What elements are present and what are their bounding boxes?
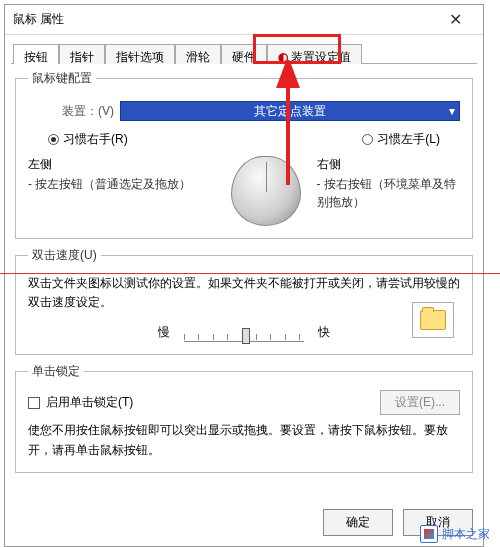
legend-dclick: 双击速度(U) bbox=[28, 247, 101, 264]
device-select[interactable]: 其它定点装置 bbox=[120, 101, 460, 121]
mouse-properties-window: 鼠标 属性 ✕ 按钮 指针 指针选项 滑轮 硬件 ◐ 装置设定值 鼠标键配置 装… bbox=[4, 4, 484, 547]
fast-label: 快 bbox=[318, 324, 330, 341]
checkbox-enable-lock[interactable] bbox=[28, 397, 40, 409]
radio-left-hand[interactable]: 习惯左手(L) bbox=[362, 131, 440, 148]
slider-thumb[interactable] bbox=[242, 328, 250, 344]
radio-right-hand[interactable]: 习惯右手(R) bbox=[48, 131, 128, 148]
right-desc: - 按右按钮（环境菜单及特别拖放） bbox=[317, 175, 460, 211]
left-desc: - 按左按钮（普通选定及拖放） bbox=[28, 175, 215, 193]
watermark: 脚本之家 bbox=[420, 525, 490, 543]
close-icon[interactable]: ✕ bbox=[435, 5, 475, 35]
handedness-row: 习惯右手(R) 习惯左手(L) bbox=[28, 131, 460, 156]
tab-pointer[interactable]: 指针 bbox=[59, 44, 105, 64]
radio-right-label: 习惯右手(R) bbox=[63, 131, 128, 148]
sides-row: 左侧 - 按左按钮（普通选定及拖放） 右侧 - 按右按钮（环境菜单及特别拖放） bbox=[28, 156, 460, 226]
enable-lock-label: 启用单击锁定(T) bbox=[46, 394, 133, 411]
left-title: 左侧 bbox=[28, 156, 215, 173]
slow-label: 慢 bbox=[158, 324, 170, 341]
titlebar: 鼠标 属性 ✕ bbox=[5, 5, 483, 35]
ok-button[interactable]: 确定 bbox=[323, 509, 393, 536]
watermark-text: 脚本之家 bbox=[442, 526, 490, 543]
watermark-logo-icon bbox=[420, 525, 438, 543]
tab-strip: 按钮 指针 指针选项 滑轮 硬件 ◐ 装置设定值 bbox=[5, 35, 483, 63]
radio-left-label: 习惯左手(L) bbox=[377, 131, 440, 148]
lock-row: 启用单击锁定(T) 设置(E)... bbox=[28, 390, 460, 415]
right-side-col: 右侧 - 按右按钮（环境菜单及特别拖放） bbox=[317, 156, 460, 226]
device-label: 装置：(V) bbox=[62, 103, 114, 120]
fieldset-button-config: 鼠标键配置 装置：(V) 其它定点装置 习惯右手(R) 习惯左手(L) 左侧 -… bbox=[15, 70, 473, 239]
device-row: 装置：(V) 其它定点装置 bbox=[62, 101, 460, 121]
tab-pointer-options[interactable]: 指针选项 bbox=[105, 44, 175, 64]
legend-lock: 单击锁定 bbox=[28, 363, 84, 380]
dialog-buttons: 确定 取消 bbox=[5, 499, 483, 546]
tab-buttons[interactable]: 按钮 bbox=[13, 44, 59, 64]
left-side-col: 左侧 - 按左按钮（普通选定及拖放） bbox=[28, 156, 215, 226]
tab-hardware[interactable]: 硬件 bbox=[221, 44, 267, 64]
test-folder[interactable] bbox=[412, 302, 454, 338]
tab-device-settings[interactable]: ◐ 装置设定值 bbox=[267, 44, 362, 64]
fieldset-double-click: 双击速度(U) 双击文件夹图标以测试你的设置。如果文件夹不能被打开或关闭，请尝试… bbox=[15, 247, 473, 355]
speed-slider[interactable] bbox=[184, 322, 304, 342]
speed-row: 慢 快 bbox=[28, 322, 460, 342]
dclick-text: 双击文件夹图标以测试你的设置。如果文件夹不能被打开或关闭，请尝试用较慢的双击速度… bbox=[28, 274, 460, 312]
tab-body: 鼠标键配置 装置：(V) 其它定点装置 习惯右手(R) 习惯左手(L) 左侧 -… bbox=[11, 63, 477, 499]
mouse-icon bbox=[231, 156, 301, 226]
folder-icon bbox=[420, 310, 446, 330]
fieldset-click-lock: 单击锁定 启用单击锁定(T) 设置(E)... 使您不用按住鼠标按钮即可以突出显… bbox=[15, 363, 473, 472]
right-title: 右侧 bbox=[317, 156, 460, 173]
radio-icon bbox=[362, 134, 373, 145]
window-title: 鼠标 属性 bbox=[13, 11, 435, 28]
radio-icon bbox=[48, 134, 59, 145]
tab-device-settings-label: 装置设定值 bbox=[291, 50, 351, 64]
settings-button: 设置(E)... bbox=[380, 390, 460, 415]
lock-text: 使您不用按住鼠标按钮即可以突出显示或拖拽。要设置，请按下鼠标按钮。要放开，请再单… bbox=[28, 421, 460, 459]
tab-wheel[interactable]: 滑轮 bbox=[175, 44, 221, 64]
legend-config: 鼠标键配置 bbox=[28, 70, 96, 87]
